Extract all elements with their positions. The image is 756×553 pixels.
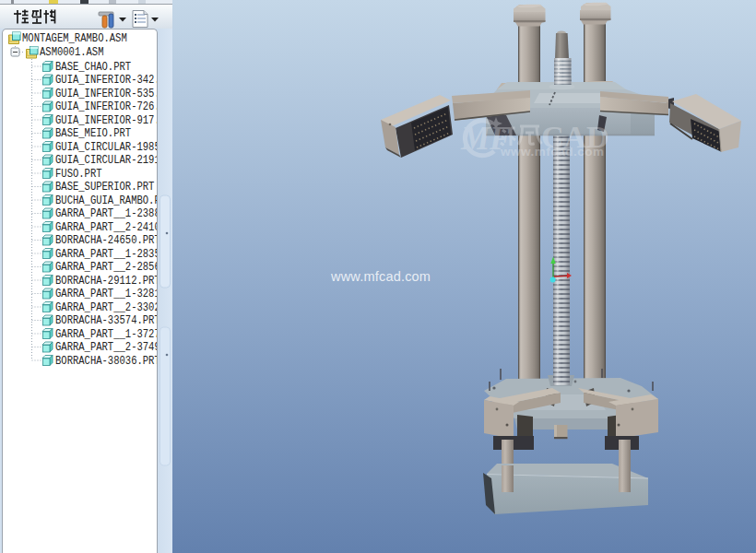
svg-text:www.mfcad.com: www.mfcad.com (500, 145, 605, 159)
